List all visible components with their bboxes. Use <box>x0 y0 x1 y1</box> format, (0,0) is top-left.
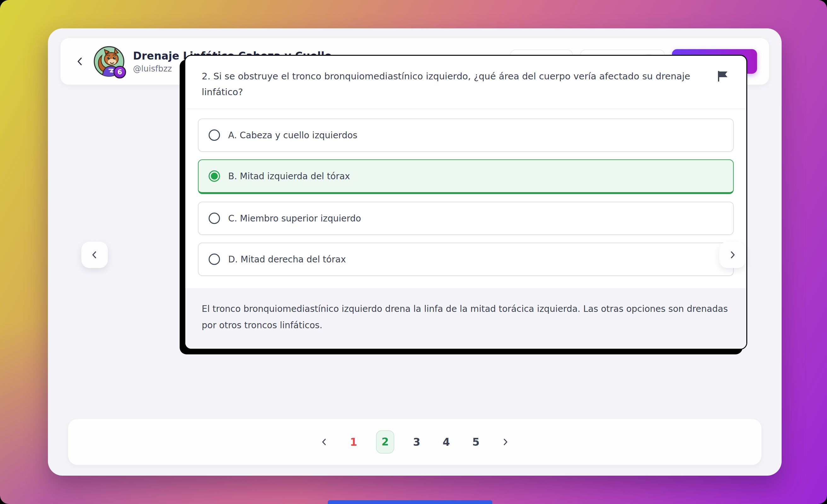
radio-icon <box>209 254 220 265</box>
prev-question-button[interactable] <box>81 242 108 268</box>
question-card: 2. Si se obstruye el tronco bronquiomedi… <box>184 55 747 350</box>
chevron-right-icon <box>727 250 737 260</box>
question-text: 2. Si se obstruye el tronco bronquiomedi… <box>202 68 693 100</box>
option-a[interactable]: A. Cabeza y cuello izquierdos <box>198 118 734 152</box>
page-1[interactable]: 1 <box>346 436 361 448</box>
chevron-left-icon <box>90 250 100 260</box>
bottom-indicator-bar <box>328 500 492 504</box>
options-list: A. Cabeza y cuello izquierdos B. Mitad i… <box>185 109 746 289</box>
back-button[interactable] <box>71 53 89 70</box>
page-2-current[interactable]: 2 <box>376 430 394 454</box>
flag-button[interactable] <box>716 68 730 85</box>
question-header: 2. Si se obstruye el tronco bronquiomedi… <box>185 56 746 109</box>
next-question-button[interactable] <box>719 242 746 268</box>
flag-icon <box>717 70 728 82</box>
quiz-app-panel: 6 Drenaje Linfático Cabeza y Cuello @lui… <box>48 28 782 476</box>
explanation-panel: El tronco bronquiomediastínico izquierdo… <box>185 289 746 349</box>
page-4[interactable]: 4 <box>439 436 453 448</box>
option-b-selected[interactable]: B. Mitad izquierda del tórax <box>198 159 734 194</box>
pagination-bar: 1 2 3 4 5 <box>68 419 762 465</box>
option-c[interactable]: C. Miembro superior izquierdo <box>198 202 734 235</box>
option-label: C. Miembro superior izquierdo <box>228 213 361 224</box>
pagination-next-button[interactable] <box>498 435 512 449</box>
pagination-prev-button[interactable] <box>318 435 331 449</box>
radio-checked-icon <box>209 170 220 182</box>
chevron-left-icon <box>320 437 329 447</box>
chevron-left-icon <box>75 56 86 67</box>
option-label: A. Cabeza y cuello izquierdos <box>228 130 357 141</box>
level-badge: 6 <box>113 66 126 79</box>
radio-icon <box>209 130 220 141</box>
avatar[interactable]: 6 <box>93 46 125 77</box>
option-d[interactable]: D. Mitad derecha del tórax <box>198 243 734 276</box>
desktop-background: 6 Drenaje Linfático Cabeza y Cuello @lui… <box>0 0 827 504</box>
option-label: D. Mitad derecha del tórax <box>228 254 346 265</box>
page-5[interactable]: 5 <box>469 436 483 448</box>
chevron-right-icon <box>500 437 510 447</box>
radio-icon <box>209 213 220 224</box>
option-label: B. Mitad izquierda del tórax <box>228 171 350 182</box>
page-3[interactable]: 3 <box>409 436 424 448</box>
explanation-text: El tronco bronquiomediastínico izquierdo… <box>202 301 730 334</box>
